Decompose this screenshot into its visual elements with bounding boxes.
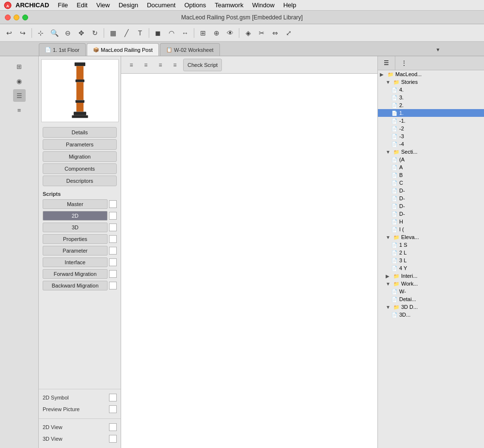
components-button[interactable]: Components bbox=[43, 163, 117, 174]
tree-item-ws-detail[interactable]: 📄 Detai... bbox=[378, 295, 484, 303]
tree-item-story-m2[interactable]: 📄 -2 bbox=[378, 125, 484, 132]
tree-item-story-1[interactable]: 📄 1. bbox=[378, 109, 484, 117]
menu-help[interactable]: Help bbox=[280, 0, 300, 10]
tree-item-sec-d2[interactable]: 📄 D- bbox=[378, 194, 484, 202]
menu-options[interactable]: Options bbox=[180, 0, 210, 10]
menu-teamwork[interactable]: Teamwork bbox=[211, 0, 247, 10]
tree-item-elev-2[interactable]: 📄 2 L bbox=[378, 249, 484, 256]
undo-button[interactable]: ↩ bbox=[3, 27, 16, 39]
select-tool[interactable]: ⊹ bbox=[34, 27, 47, 39]
3d-script-button[interactable]: 3D bbox=[43, 223, 108, 232]
stretch-tool[interactable]: ⤢ bbox=[282, 27, 295, 39]
tree-item-3d-sub[interactable]: 📄 3D... bbox=[378, 311, 484, 319]
tree-root[interactable]: ▶ 📁 MacLeod... bbox=[378, 70, 484, 78]
format-align-left-button[interactable]: ≡ bbox=[125, 59, 138, 71]
menu-file[interactable]: File bbox=[54, 0, 72, 10]
backward-migration-script-button[interactable]: Backward Migration bbox=[43, 281, 108, 290]
properties-script-button[interactable]: Properties bbox=[43, 234, 108, 244]
element-tool[interactable]: ◈ bbox=[242, 27, 254, 39]
redo-button[interactable]: ↪ bbox=[16, 27, 29, 39]
check-script-button[interactable]: Check Script bbox=[183, 59, 222, 71]
master-script-checkbox[interactable] bbox=[109, 200, 117, 208]
tree-item-sec-a[interactable]: 📄 A bbox=[378, 163, 484, 171]
text-tool[interactable]: T bbox=[134, 27, 146, 39]
tree-item-elev-3[interactable]: 📄 3 L bbox=[378, 256, 484, 264]
master-script-button[interactable]: Master bbox=[43, 199, 108, 209]
menu-document[interactable]: Document bbox=[143, 0, 179, 10]
minimize-window-button[interactable] bbox=[14, 15, 19, 20]
interface-script-checkbox[interactable] bbox=[109, 258, 117, 266]
tab-worksheet[interactable]: 📋 W-02 Worksheet bbox=[160, 43, 220, 56]
tree-item-ws-w[interactable]: 📄 W- bbox=[378, 288, 484, 295]
tree-item-sec-d3[interactable]: 📄 D- bbox=[378, 202, 484, 210]
menu-design[interactable]: Design bbox=[115, 0, 142, 10]
tree-tab-1[interactable]: ☰ bbox=[378, 56, 395, 70]
forward-migration-script-button[interactable]: Forward Migration bbox=[43, 269, 108, 279]
parameter-script-button[interactable]: Parameter bbox=[43, 246, 108, 256]
tree-item-3d-docs[interactable]: ▼ 📁 3D D... bbox=[378, 303, 484, 311]
tree-item-sec-c[interactable]: 📄 C bbox=[378, 179, 484, 187]
list-icon-btn[interactable]: ≡ bbox=[13, 104, 26, 116]
wall-tool[interactable]: ▦ bbox=[107, 27, 119, 39]
interface-script-button[interactable]: Interface bbox=[43, 257, 108, 267]
tree-item-sec-d4[interactable]: 📄 D- bbox=[378, 210, 484, 218]
close-window-button[interactable] bbox=[5, 15, 11, 20]
mirror-tool[interactable]: ⇔ bbox=[269, 27, 281, 39]
3d-script-checkbox[interactable] bbox=[109, 224, 117, 231]
tree-item-elev-4[interactable]: 📄 4 Y bbox=[378, 264, 484, 272]
tree-item-elevations[interactable]: ▼ 📁 Eleva... bbox=[378, 233, 484, 241]
menu-window[interactable]: Window bbox=[248, 0, 278, 10]
tree-item-elev-1[interactable]: 📄 1 S bbox=[378, 241, 484, 249]
tree-item-story-m1[interactable]: 📄 -1. bbox=[378, 117, 484, 125]
format-align-right-button[interactable]: ≡ bbox=[154, 59, 167, 71]
grid-tool[interactable]: ⊞ bbox=[197, 27, 209, 39]
2d-script-button[interactable]: 2D bbox=[43, 211, 108, 221]
zoom-out-tool[interactable]: ⊖ bbox=[62, 27, 74, 39]
properties-script-checkbox[interactable] bbox=[109, 235, 117, 243]
tree-item-story-m3[interactable]: 📄 -3 bbox=[378, 132, 484, 140]
tree-item-worksheets[interactable]: ▼ 📁 Work... bbox=[378, 280, 484, 288]
descriptors-button[interactable]: Descriptors bbox=[43, 176, 117, 186]
details-button[interactable]: Details bbox=[43, 127, 117, 138]
tree-item-story-4[interactable]: 📄 4. bbox=[378, 86, 484, 94]
preview-picture-checkbox[interactable] bbox=[109, 405, 117, 413]
rotate-tool[interactable]: ↻ bbox=[89, 27, 101, 39]
2d-symbol-checkbox[interactable] bbox=[109, 394, 117, 401]
menu-view[interactable]: View bbox=[93, 0, 114, 10]
tree-item-sections[interactable]: ▼ 📁 Secti... bbox=[378, 148, 484, 156]
tree-item-sec-h[interactable]: 📄 H bbox=[378, 218, 484, 225]
forward-migration-script-checkbox[interactable] bbox=[109, 270, 117, 278]
tab-railing[interactable]: 📦 MacLeod Railing Post bbox=[87, 43, 159, 56]
2d-script-checkbox[interactable] bbox=[109, 212, 117, 220]
transform-icon-btn[interactable]: ⊞ bbox=[13, 60, 26, 73]
panel-icon-btn[interactable]: ☰ bbox=[13, 89, 26, 102]
dimension-tool[interactable]: ↔ bbox=[179, 27, 191, 39]
zoom-in-tool[interactable]: 🔍 bbox=[48, 27, 61, 39]
editor-content[interactable] bbox=[121, 74, 377, 448]
migration-button[interactable]: Migration bbox=[43, 151, 117, 162]
pan-tool[interactable]: ✥ bbox=[75, 27, 88, 39]
tree-tab-2[interactable]: ⋮ bbox=[395, 56, 413, 70]
snap-tool[interactable]: ⊕ bbox=[210, 27, 223, 39]
tree-item-stories[interactable]: ▼ 📁 Stories bbox=[378, 78, 484, 86]
parameter-script-checkbox[interactable] bbox=[109, 247, 117, 255]
tree-item-sec-d1[interactable]: 📄 D- bbox=[378, 187, 484, 194]
tree-item-sec-a-paren[interactable]: 📄 (A bbox=[378, 156, 484, 163]
maximize-window-button[interactable] bbox=[22, 15, 28, 20]
tree-item-story-m4[interactable]: 📄 -4 bbox=[378, 140, 484, 148]
line-tool[interactable]: ╱ bbox=[120, 27, 133, 39]
object-icon-btn[interactable]: ◉ bbox=[13, 75, 26, 87]
backward-migration-script-checkbox[interactable] bbox=[109, 282, 117, 289]
tree-item-sec-i[interactable]: 📄 I ( bbox=[378, 225, 484, 233]
trim-tool[interactable]: ✂ bbox=[255, 27, 268, 39]
tree-item-sec-b[interactable]: 📄 B bbox=[378, 171, 484, 179]
tab-floor[interactable]: 📄 1. 1st Floor bbox=[39, 43, 86, 56]
arc-tool[interactable]: ◠ bbox=[165, 27, 178, 39]
2d-view-checkbox[interactable] bbox=[109, 423, 117, 431]
tree-item-interior[interactable]: ▶ 📁 Interi... bbox=[378, 272, 484, 280]
fill-tool[interactable]: ◼ bbox=[152, 27, 164, 39]
menu-edit[interactable]: Edit bbox=[73, 0, 91, 10]
tree-item-story-3[interactable]: 📄 3. bbox=[378, 94, 484, 101]
eye-tool[interactable]: 👁 bbox=[224, 27, 236, 39]
tree-item-story-2[interactable]: 📄 2. bbox=[378, 101, 484, 109]
